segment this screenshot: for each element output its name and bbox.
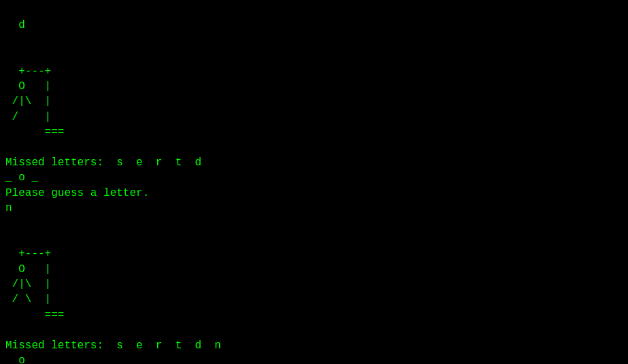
terminal-line-16: +---+ bbox=[5, 248, 51, 260]
terminal-line-20: === bbox=[5, 309, 64, 321]
terminal-line-10: Missed letters: s e r t d bbox=[5, 156, 201, 169]
terminal-line-12: Please guess a letter. bbox=[5, 187, 149, 199]
terminal-line-1: d bbox=[18, 19, 25, 31]
terminal-line-7: / | bbox=[5, 111, 51, 123]
terminal-line-11: _ o _ bbox=[5, 171, 38, 184]
terminal-line-19: / \ | bbox=[5, 293, 51, 305]
terminal-line-18: /|\ | bbox=[5, 278, 51, 291]
terminal-output: d +---+ O | /|\ | / | === Missed letters… bbox=[5, 3, 623, 361]
terminal-line-17: O | bbox=[5, 263, 51, 276]
terminal-line-6: /|\ | bbox=[5, 95, 51, 107]
terminal-line-23: _ o _ bbox=[5, 354, 38, 364]
terminal-line-13: n bbox=[5, 202, 12, 214]
terminal-line-22: Missed letters: s e r t d n bbox=[5, 340, 221, 352]
terminal-line-8: === bbox=[5, 126, 64, 138]
terminal-line-5: O | bbox=[5, 80, 51, 93]
terminal-line-4: +---+ bbox=[5, 65, 51, 78]
